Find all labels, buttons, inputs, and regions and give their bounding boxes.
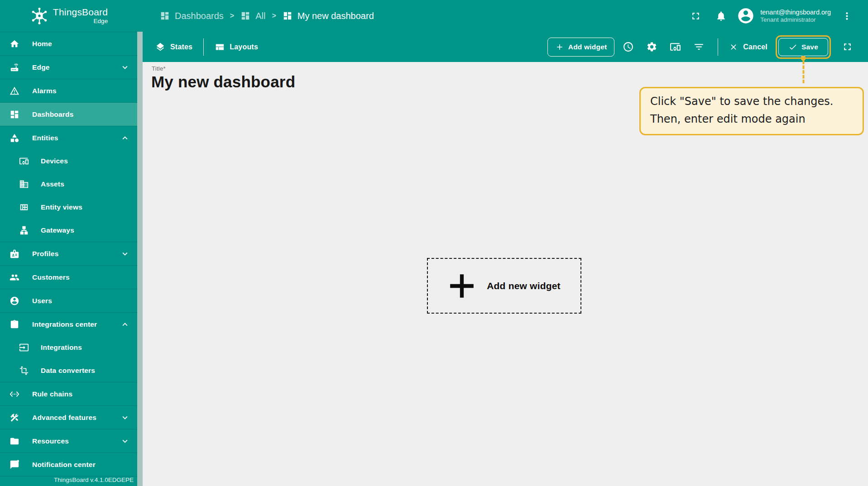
construction-icon xyxy=(10,413,19,423)
sidebar-section-advanced-features: Advanced features xyxy=(0,406,137,429)
sidebar-item-entities[interactable]: Entities xyxy=(0,126,137,149)
chevron-down-icon xyxy=(120,62,130,72)
save-button[interactable]: Save xyxy=(778,38,828,56)
folder-icon xyxy=(10,436,19,446)
sidebar-item-label: Profiles xyxy=(32,250,58,258)
sidebar-section-home: Home xyxy=(0,32,137,56)
avatar[interactable] xyxy=(737,7,755,25)
user-menu[interactable]: tenant@thingsboard.org Tenant administra… xyxy=(760,8,831,24)
ethernet-icon xyxy=(10,389,19,399)
more-menu-button[interactable] xyxy=(837,6,856,25)
view_quilt-icon xyxy=(19,202,29,212)
layouts-label: Layouts xyxy=(230,43,258,51)
breadcrumb-all[interactable]: All xyxy=(240,11,265,21)
toolbar-fullscreen-button[interactable] xyxy=(837,37,857,57)
cancel-button[interactable]: Cancel xyxy=(727,43,769,52)
integration-icon xyxy=(10,319,19,329)
sidebar: HomeEdgeAlarmsDashboardsEntitiesDevicesA… xyxy=(0,32,137,486)
sidebar-item-resources[interactable]: Resources xyxy=(0,429,137,453)
version-label: ThingsBoard v.4.1.0EDGEPE xyxy=(0,476,137,486)
settings-icon xyxy=(646,41,657,52)
layouts-icon xyxy=(215,42,225,52)
tooltip-line-1: Click "Save" to save the changes. xyxy=(650,93,853,110)
layouts-button[interactable]: Layouts xyxy=(213,42,260,52)
sidebar-section-rule-chains: Rule chains xyxy=(0,382,137,406)
sidebar-item-edge[interactable]: Edge xyxy=(0,56,137,79)
toolbar-divider xyxy=(203,38,204,56)
plus-icon xyxy=(555,43,564,52)
sidebar-item-label: Devices xyxy=(41,157,68,165)
breadcrumb-label: Dashboards xyxy=(175,11,224,21)
sidebar-item-home[interactable]: Home xyxy=(0,32,137,55)
sidebar-item-label: Entity views xyxy=(41,203,82,211)
dashboard-icon xyxy=(160,11,170,21)
sidebar-item-label: Integrations center xyxy=(32,320,97,329)
sidebar-section-profiles: Profiles xyxy=(0,242,137,266)
sidebar-item-integrations[interactable]: Integrations xyxy=(0,336,137,359)
home-icon xyxy=(10,39,19,49)
sidebar-item-label: Resources xyxy=(32,437,69,445)
notifications-button[interactable] xyxy=(711,6,730,25)
close-icon xyxy=(729,43,738,52)
filters-button[interactable] xyxy=(689,37,709,57)
add-widget-button[interactable]: Add widget xyxy=(547,38,615,57)
sidebar-item-entity-views[interactable]: Entity views xyxy=(0,195,137,219)
dashboard-toolbar: States Layouts Add widget xyxy=(143,32,868,62)
time-window-button[interactable] xyxy=(618,37,638,57)
badge-icon xyxy=(10,249,19,259)
sidebar-item-users[interactable]: Users xyxy=(0,289,137,312)
sidebar-item-label: Entities xyxy=(32,134,58,142)
layers-icon xyxy=(155,42,165,52)
domain-icon xyxy=(19,179,29,189)
sidebar-item-devices[interactable]: Devices xyxy=(0,149,137,172)
add-new-widget-button[interactable]: Add new widget xyxy=(427,258,581,314)
sidebar-section-resources: Resources xyxy=(0,429,137,453)
logo-subtitle: Edge xyxy=(94,18,108,24)
sidebar-item-alarms[interactable]: Alarms xyxy=(0,79,137,102)
sidebar-item-rule-chains[interactable]: Rule chains xyxy=(0,382,137,405)
sidebar-item-gateways[interactable]: Gateways xyxy=(0,219,137,242)
sidebar-item-label: Users xyxy=(32,297,52,305)
thingsboard-logo-icon xyxy=(29,6,49,26)
sidebar-item-assets[interactable]: Assets xyxy=(0,172,137,195)
sidebar-item-label: Home xyxy=(32,40,52,48)
sidebar-scrollbar[interactable] xyxy=(137,32,143,486)
sidebar-item-label: Dashboards xyxy=(32,110,74,119)
toolbar-divider xyxy=(718,38,718,56)
category-icon xyxy=(10,133,19,143)
sidebar-item-data-converters[interactable]: Data converters xyxy=(0,359,137,382)
sidebar-item-profiles[interactable]: Profiles xyxy=(0,242,137,265)
sidebar-item-integrations-center[interactable]: Integrations center xyxy=(0,313,137,336)
sidebar-item-notification-center[interactable]: Notification center xyxy=(0,453,137,476)
dashboard-settings-button[interactable] xyxy=(642,37,662,57)
sidebar-item-customers[interactable]: Customers xyxy=(0,266,137,289)
user-role: Tenant administrator xyxy=(760,16,831,24)
add-widget-label: Add widget xyxy=(568,43,607,51)
breadcrumb-dashboards[interactable]: Dashboards xyxy=(160,11,224,21)
sidebar-item-dashboards[interactable]: Dashboards xyxy=(0,103,137,126)
check-icon xyxy=(788,43,797,52)
transform-icon xyxy=(19,366,29,376)
sidebar-section-entities: EntitiesDevicesAssetsEntity viewsGateway… xyxy=(0,126,137,242)
sidebar-item-label: Rule chains xyxy=(32,390,72,398)
breadcrumb-label: My new dashboard xyxy=(297,11,374,21)
router-icon xyxy=(10,62,19,72)
add-new-widget-label: Add new widget xyxy=(487,281,561,291)
breadcrumb-my-new-dashboard: My new dashboard xyxy=(283,11,374,21)
fullscreen-icon xyxy=(690,10,701,22)
warning-icon xyxy=(10,86,19,96)
lan-icon xyxy=(19,225,29,235)
sidebar-item-label: Gateways xyxy=(41,226,74,234)
dashboard-icon xyxy=(10,110,19,119)
input-icon xyxy=(19,343,29,353)
sidebar-section-notification-center: Notification center xyxy=(0,453,137,476)
entity-aliases-button[interactable] xyxy=(665,37,685,57)
logo[interactable]: ThingsBoard Edge xyxy=(0,6,137,26)
states-button[interactable]: States xyxy=(153,42,194,52)
fullscreen-button[interactable] xyxy=(686,6,705,25)
sidebar-section-customers: Customers xyxy=(0,266,137,289)
notification-icon xyxy=(10,460,19,470)
sidebar-item-advanced-features[interactable]: Advanced features xyxy=(0,406,137,429)
bell-icon xyxy=(715,10,727,22)
title-field-label: Title* xyxy=(143,62,868,72)
